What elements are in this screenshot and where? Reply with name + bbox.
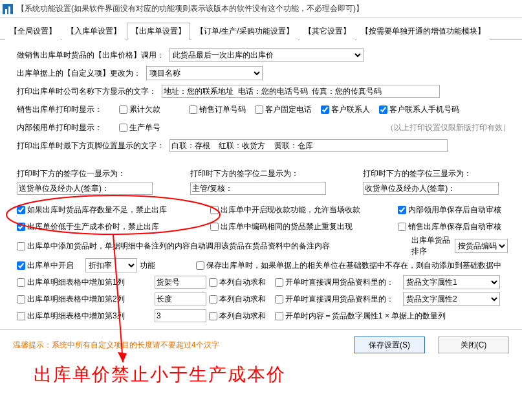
cb-col2-call[interactable]: 开单时直接调用货品资料里的： <box>275 294 394 305</box>
tab-global[interactable]: 【全局设置】 <box>5 23 61 40</box>
select-out-price[interactable]: 此货品最后一次出库的出库价 <box>169 48 364 62</box>
input-col1[interactable] <box>155 276 206 289</box>
label-sign2: 打印时下方的签字位二显示为： <box>190 168 338 179</box>
print-hint: （以上打印设置仅限新版打印有效） <box>386 122 510 133</box>
cb-col2[interactable]: 出库单明细表格中增加第2列 <box>17 294 143 305</box>
cb-total-owe[interactable]: 累计欠款 <box>119 104 160 115</box>
label-internal-print: 内部领用单打印时显示： <box>17 122 114 133</box>
select-custom-item[interactable]: 项目名称 <box>146 66 263 80</box>
cb-contact-mobile[interactable]: 客户联系人手机号码 <box>379 104 459 115</box>
cb-col3-call[interactable]: 开单时内容＝货品数字属性1 × 单据上的数量列 <box>275 311 446 322</box>
label-print-show: 销售出库单打印时显示： <box>17 104 114 115</box>
cb-internal-auto-audit[interactable]: 内部领用单保存后自动审核 <box>398 204 501 216</box>
warm-hint: 温馨提示：系统中所有自定义项目的长度请不要超过4个汉字 <box>13 340 219 351</box>
settings-pane: 做销售出库单时货品的【出库价格】调用： 此货品最后一次出库的出库价 出库单据上的… <box>0 40 522 329</box>
label-sign3: 打印时下方的签字位三显示为： <box>363 168 510 179</box>
label-company-text: 打印出库单时公司名称下方显示的文字： <box>17 86 157 97</box>
window-title: 【系统功能设置(如果软件界面没有对应的功能项则表示该版本的软件没有这个功能，不必… <box>17 3 364 14</box>
annotation-text: 出库单价禁止小于生产成本价 <box>34 362 286 387</box>
select-sort[interactable]: 按货品编码 <box>455 239 508 253</box>
cb-stock-forbid[interactable]: 如果出库时货品库存数量不足，禁止出库 <box>17 204 167 216</box>
cb-fixed-phone[interactable]: 客户固定电话 <box>255 104 312 115</box>
input-col3[interactable] <box>155 309 206 322</box>
cb-below-cost-forbid[interactable]: 出库单价低于生产成本价时，禁止出库 <box>17 221 159 232</box>
cb-sale-auto-audit[interactable]: 销售出库单保存后自动审核 <box>398 221 501 232</box>
label-sort: 出库单货品排序 <box>411 235 452 257</box>
cb-no-dup-code[interactable]: 出库单中编码相同的货品禁止重复出现 <box>210 221 353 232</box>
cb-col1-call[interactable]: 开单时直接调用货品资料里的： <box>275 277 394 288</box>
cb-prod-no[interactable]: 生产单号 <box>119 122 160 133</box>
cb-col3-sum[interactable]: 本列自动求和 <box>209 311 266 322</box>
cb-contact[interactable]: 客户联系人 <box>321 104 370 115</box>
cb-col3[interactable]: 出库单明细表格中增加第3列 <box>17 311 143 322</box>
footer: 温馨提示：系统中所有自定义项目的长度请不要超过4个汉字 保存设置(S) 关闭(C… <box>0 329 522 360</box>
title-bar: 【系统功能设置(如果软件界面没有对应的功能项则表示该版本的软件没有这个功能，不必… <box>0 0 522 18</box>
save-button[interactable]: 保存设置(S) <box>354 337 425 353</box>
cb-auto-add-base[interactable]: 保存出库单时，如果单据上的相关单位在基础数据中不存在，则自动添加到基础数据中 <box>196 260 501 271</box>
tab-order[interactable]: 【订单/生产/采购功能设置】 <box>191 23 298 40</box>
cb-col1[interactable]: 出库单明细表格中增加第1列 <box>17 277 143 288</box>
label-out-price: 做销售出库单时货品的【出库价格】调用： <box>17 50 164 61</box>
input-sign1[interactable] <box>17 182 153 195</box>
label-sign1: 打印时下方的签字位一显示为： <box>17 168 164 179</box>
label-footer-text: 打印出库单时最下方页脚位置显示的文字： <box>17 140 164 151</box>
cb-order-no[interactable]: 销售订单号码 <box>189 104 246 115</box>
cb-col2-sum[interactable]: 本列自动求和 <box>209 294 266 305</box>
select-col1-attr[interactable]: 货品文字属性1 <box>403 275 500 289</box>
input-company-text[interactable] <box>162 85 440 98</box>
close-button[interactable]: 关闭(C) <box>438 337 509 353</box>
cb-remark-auto[interactable]: 出库单中添加货品时，单据明细中备注列的内容自动调用该货品在货品资料中的备注内容 <box>17 241 330 252</box>
label-func-suffix: 功能 <box>140 260 155 271</box>
input-sign2[interactable] <box>190 182 326 195</box>
tab-other[interactable]: 【其它设置】 <box>299 23 355 40</box>
app-icon <box>3 4 13 14</box>
tab-outbound[interactable]: 【出库单设置】 <box>127 23 190 40</box>
cb-col1-sum[interactable]: 本列自动求和 <box>209 277 266 288</box>
cb-enable-func[interactable]: 出库单中开启 <box>17 260 74 271</box>
tab-inbound[interactable]: 【入库单设置】 <box>62 23 125 40</box>
tab-extra[interactable]: 【按需要单独开通的增值功能模块】 <box>356 23 490 40</box>
select-col2-attr[interactable]: 货品文字属性2 <box>403 292 500 306</box>
tab-bar: 【全局设置】 【入库单设置】 【出库单设置】 【订单/生产/采购功能设置】 【其… <box>0 18 522 40</box>
input-footer-text[interactable] <box>169 139 448 152</box>
select-func[interactable]: 折扣率 <box>85 258 137 272</box>
label-custom-item: 出库单据上的【自定义项】更改为： <box>17 68 141 79</box>
cb-cash-receive[interactable]: 出库单中开启现收款功能，允许当场收款 <box>210 204 360 216</box>
input-col2[interactable] <box>155 293 206 305</box>
input-sign3[interactable] <box>363 182 499 195</box>
